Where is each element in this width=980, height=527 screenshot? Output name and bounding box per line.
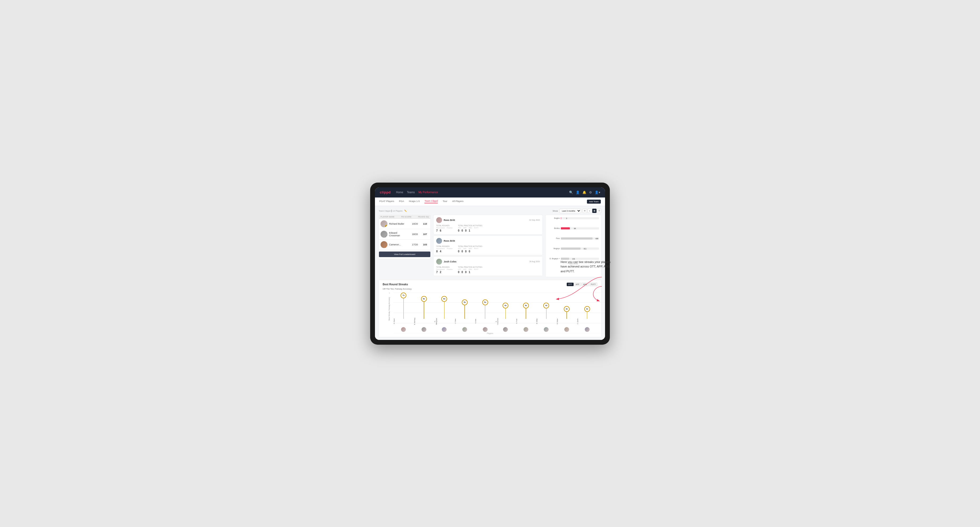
streak-bubble: 4x bbox=[543, 303, 549, 308]
bar-fill: 499 bbox=[561, 237, 593, 240]
card-stats: Total Rounds Tournament Practice 8 4 bbox=[436, 245, 540, 253]
pb-avg: 103 bbox=[421, 243, 429, 246]
period-select[interactable]: Last 3 months bbox=[560, 209, 581, 213]
bar-label: Pars bbox=[548, 237, 560, 239]
tab-hcaps[interactable]: Hcaps 1-5 bbox=[409, 200, 420, 203]
bar-label: Birdies bbox=[548, 227, 560, 229]
player-avatar bbox=[585, 327, 590, 332]
stat-total-rounds: Total Rounds Tournament Practice 7 2 bbox=[436, 266, 452, 274]
streak-col: 6x bbox=[434, 292, 455, 319]
streak-col: 3x bbox=[577, 292, 597, 319]
card-date: 02 Sep 2023 bbox=[529, 219, 540, 221]
streak-bubble: 6x bbox=[441, 296, 447, 302]
card-player-name: Rees Britt bbox=[444, 240, 455, 242]
card-header: Rees Britt bbox=[436, 238, 540, 244]
view-leaderboard-button[interactable]: View Full Leaderboard bbox=[379, 252, 430, 257]
bell-icon[interactable]: 🔔 bbox=[582, 190, 586, 194]
player-avatar bbox=[462, 327, 467, 332]
streak-line bbox=[403, 295, 404, 319]
card-stats: Total Rounds Tournament Practice 7 2 bbox=[436, 266, 540, 274]
streak-col: 4x bbox=[516, 292, 536, 319]
card-date: 26 Aug 2023 bbox=[530, 260, 540, 262]
rank-badge: 2 bbox=[385, 235, 387, 238]
avatar: 2 bbox=[380, 231, 387, 238]
bar-track: 131 bbox=[561, 258, 599, 260]
bar-label: Bogeys bbox=[548, 248, 560, 249]
streak-bubble: 4x bbox=[523, 303, 529, 308]
add-team-button[interactable]: Add Team bbox=[587, 200, 601, 204]
user-icon[interactable]: 👤 bbox=[576, 190, 580, 194]
player-name: Cameron... bbox=[389, 243, 409, 246]
player-card: Josh Coles 26 Aug 2023 Total Rounds Tour… bbox=[433, 256, 543, 276]
player-name: Edward Crossman bbox=[389, 232, 409, 237]
bar-label: Eagles bbox=[548, 217, 560, 219]
col-pb-avg: PB AVG SQ bbox=[418, 216, 429, 218]
bar-fill: 96 bbox=[561, 227, 570, 229]
streak-col: 3x bbox=[557, 292, 577, 319]
nav-home[interactable]: Home bbox=[396, 191, 403, 194]
bar-fill: 3 bbox=[561, 217, 561, 219]
filter-arg[interactable]: ARG bbox=[582, 283, 589, 286]
streak-line bbox=[444, 299, 445, 319]
bar-count: 131 bbox=[572, 258, 575, 259]
player-avatar bbox=[503, 327, 508, 332]
table-header: PLAYER NAME PB SCORE PB AVG SQ bbox=[379, 215, 430, 219]
tab-all-players[interactable]: All Players bbox=[452, 200, 464, 203]
player-avatar bbox=[442, 327, 447, 332]
avatar-icon[interactable]: 👤▾ bbox=[595, 190, 600, 194]
streaks-section: Best Round Streaks OTT APP ARG PUTT Off … bbox=[379, 280, 601, 337]
filter-app[interactable]: APP bbox=[574, 283, 581, 286]
middle-panel: Rees Britt 02 Sep 2023 Total Rounds Tour… bbox=[433, 215, 543, 277]
detail-view-icon[interactable]: ☰ bbox=[597, 209, 601, 213]
player-name-label: J. Coles bbox=[455, 317, 475, 325]
tab-team-clippd[interactable]: Team Clippd bbox=[425, 200, 438, 203]
stat-total-rounds: Total Rounds Tournament Practice 7 6 bbox=[436, 225, 452, 232]
streak-col: 5x bbox=[475, 292, 495, 319]
pb-score: 19/20 bbox=[410, 222, 420, 225]
list-view-icon[interactable]: ≡ bbox=[587, 209, 592, 213]
card-view-icon[interactable]: ▦ bbox=[592, 209, 597, 213]
pb-avg: 110 bbox=[421, 222, 429, 225]
annotation-text: Here you can see streaks your players ha… bbox=[561, 260, 612, 274]
player-avatar bbox=[422, 327, 426, 332]
player-avatars-row bbox=[393, 327, 597, 332]
search-icon[interactable]: 🔍 bbox=[569, 190, 573, 194]
bar-track: 3 bbox=[561, 217, 599, 219]
y-axis-ticks: 0 2 4 6 8 bbox=[389, 292, 390, 319]
streak-bubble: 3x bbox=[564, 306, 570, 312]
tab-tour[interactable]: Tour bbox=[442, 200, 447, 203]
card-header: Rees Britt 02 Sep 2023 bbox=[436, 217, 540, 223]
filter-ott[interactable]: OTT bbox=[567, 283, 574, 286]
bar-fill: 131 bbox=[561, 258, 569, 260]
pb-score: 18/20 bbox=[410, 233, 420, 236]
streak-col: 5x bbox=[455, 292, 475, 319]
player-name-label: D. Billingham bbox=[434, 317, 455, 325]
nav-teams[interactable]: Teams bbox=[407, 191, 415, 194]
bar-track: 96 bbox=[561, 227, 599, 229]
streak-bubble: 5x bbox=[482, 300, 488, 305]
bar-row-birdies: Birdies 96 bbox=[548, 227, 599, 229]
stat-practice-activities: Total Practice Activities OTT APP ARG PU… bbox=[458, 225, 482, 232]
card-avatar bbox=[436, 217, 442, 223]
bar-track: 499 bbox=[561, 237, 599, 240]
nav-my-performance[interactable]: My Performance bbox=[418, 191, 438, 194]
bar-count: 96 bbox=[574, 227, 576, 229]
rank-badge: 1 bbox=[385, 225, 387, 227]
streaks-title: Best Round Streaks bbox=[383, 283, 408, 286]
avatar: 3 bbox=[380, 241, 387, 248]
player-avatar bbox=[564, 327, 569, 332]
tab-pgat-players[interactable]: PGAT Players bbox=[379, 200, 394, 203]
settings-icon[interactable]: ⚙ bbox=[589, 190, 592, 194]
tab-pga[interactable]: PGA bbox=[399, 200, 404, 203]
grid-view-icon[interactable]: ⊞ bbox=[583, 209, 587, 213]
show-label: Show bbox=[552, 210, 558, 212]
filter-putt[interactable]: PUTT bbox=[589, 283, 597, 286]
pb-score: 17/20 bbox=[410, 243, 420, 246]
card-player-name: Josh Coles bbox=[444, 260, 457, 263]
streak-bubble: 7x bbox=[401, 292, 406, 298]
edit-icon[interactable]: ✏️ bbox=[404, 210, 407, 212]
streak-col: 4x bbox=[495, 292, 516, 319]
streak-col: 7x bbox=[393, 292, 414, 319]
avatar: 1 bbox=[380, 221, 387, 227]
player-avatar bbox=[483, 327, 488, 332]
